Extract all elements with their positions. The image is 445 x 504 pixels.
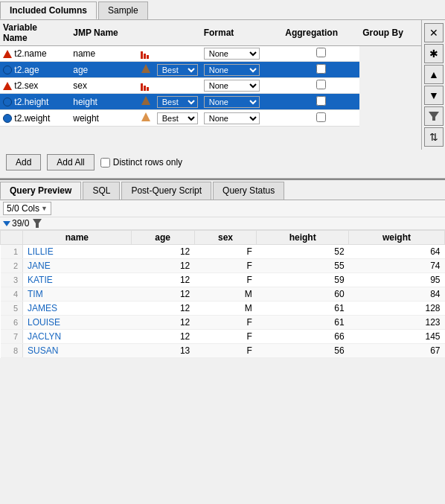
group-by-checkbox[interactable]	[316, 80, 326, 89]
aggregation-select[interactable]: NoneSumMeanMinMaxCount	[204, 80, 260, 92]
aggregation-select[interactable]: NoneSumMeanMinMaxCount	[204, 48, 260, 60]
sex-cell: F	[194, 316, 256, 330]
table-row[interactable]: t2.sex sex NoneSumMeanMinMaxCount	[0, 78, 421, 94]
table-row: 3 KATIE 12 F 59 95	[1, 273, 445, 287]
table-row: 6 LOUISE 12 F 61 123	[1, 316, 445, 330]
chart-icon-tri	[141, 95, 151, 108]
move-down-button[interactable]: ▼	[424, 86, 444, 105]
group-by-cell[interactable]	[282, 78, 359, 94]
add-button[interactable]: Add	[6, 154, 41, 170]
query-tab-bar: Query Preview SQL Post-Query Script Quer…	[0, 180, 445, 200]
age-cell: 12	[131, 330, 194, 344]
format-select-cell[interactable]	[154, 46, 201, 62]
format-select-cell[interactable]: Best - Fixed Dec Percent	[154, 94, 201, 110]
height-cell: 66	[257, 330, 349, 344]
aggregation-select[interactable]: NoneSumMeanMinMaxCount	[204, 96, 260, 108]
type-icon-blue-circle	[3, 98, 12, 106]
distinct-rows-checkbox[interactable]	[100, 158, 110, 168]
group-by-cell[interactable]	[282, 110, 359, 127]
age-cell: 12	[131, 273, 194, 287]
tab-included-columns[interactable]: Included Columns	[0, 1, 97, 19]
height-cell: 55	[257, 259, 349, 273]
var-name-cell: t2.name	[0, 46, 70, 62]
table-row[interactable]: t2.name name NoneSumMeanMinMaxCount	[0, 46, 421, 62]
svg-marker-4	[33, 219, 42, 228]
rows-filter-controls	[32, 218, 42, 229]
format-select[interactable]: Best - Fixed Dec Percent	[157, 112, 198, 124]
cols-dropdown-arrow: ▼	[41, 205, 48, 212]
sex-cell: F	[194, 344, 256, 358]
chart-icon-tri	[141, 63, 151, 76]
age-cell: 12	[131, 287, 194, 302]
aggregation-select[interactable]: NoneSumMeanMinMaxCount	[204, 64, 260, 76]
agg-select-cell[interactable]: NoneSumMeanMinMaxCount	[201, 62, 283, 78]
group-by-checkbox[interactable]	[316, 64, 326, 74]
tab-sql[interactable]: SQL	[83, 182, 120, 200]
format-select[interactable]: Best - Fixed Dec Percent	[157, 96, 198, 108]
name-cell: KATIE	[23, 273, 132, 287]
result-col-header: age	[131, 231, 194, 245]
format-select-cell[interactable]	[154, 78, 201, 94]
columns-table-area: VariableName JMP Name Format Aggregation…	[0, 20, 421, 150]
svg-marker-3	[429, 112, 439, 121]
aggregation-select[interactable]: NoneSumMeanMinMaxCount	[204, 112, 260, 124]
format-select-cell[interactable]: Best - Fixed Dec Percent	[154, 110, 201, 127]
tab-query-preview[interactable]: Query Preview	[0, 182, 81, 200]
sex-cell: F	[194, 245, 256, 259]
sex-cell: F	[194, 259, 256, 273]
row-number: 7	[1, 330, 23, 344]
cols-badge[interactable]: 5/0 Cols ▼	[3, 202, 51, 215]
distinct-rows-label[interactable]: Distinct rows only	[100, 157, 182, 168]
close-button[interactable]: ✕	[424, 23, 444, 42]
rows-filter-icon	[3, 221, 10, 226]
group-by-cell[interactable]	[282, 94, 359, 110]
name-cell: LILLIE	[23, 245, 132, 259]
table-row: 5 JAMES 12 M 61 128	[1, 302, 445, 316]
result-col-header: weight	[349, 231, 445, 245]
results-table: nameagesexheightweight 1 LILLIE 12 F 52 …	[0, 230, 445, 358]
tab-post-query[interactable]: Post-Query Script	[121, 182, 211, 200]
sort-button[interactable]: ⇅	[424, 127, 444, 147]
bottom-controls: Add Add All Distinct rows only	[0, 150, 445, 175]
rows-badge-text: 39/0	[12, 218, 29, 229]
agg-select-cell[interactable]: NoneSumMeanMinMaxCount	[201, 110, 283, 127]
move-up-button[interactable]: ▲	[424, 65, 444, 84]
group-by-cell[interactable]	[282, 46, 359, 62]
group-by-checkbox[interactable]	[316, 96, 326, 106]
format-select[interactable]: Best - Fixed Dec Percent	[157, 64, 198, 76]
table-row[interactable]: t2.weight weight Best - Fixed Dec Percen…	[0, 110, 421, 127]
chart-icon-cell	[138, 62, 154, 78]
tool-button[interactable]: ✱	[424, 44, 444, 63]
row-num-header	[1, 231, 23, 245]
weight-cell: 95	[349, 273, 445, 287]
add-all-button[interactable]: Add All	[47, 154, 94, 170]
group-by-cell[interactable]	[282, 62, 359, 78]
cols-badge-text: 5/0 Cols	[7, 203, 39, 214]
format-select-cell[interactable]: Best - Fixed Dec Percent	[154, 62, 201, 78]
sex-cell: M	[194, 302, 256, 316]
columns-table: VariableName JMP Name Format Aggregation…	[0, 20, 421, 127]
filter-icon	[428, 110, 440, 122]
table-row[interactable]: t2.height height Best - Fixed Dec Percen…	[0, 94, 421, 110]
agg-select-cell[interactable]: NoneSumMeanMinMaxCount	[201, 94, 283, 110]
result-col-header: sex	[194, 231, 256, 245]
tab-sample[interactable]: Sample	[98, 1, 148, 19]
height-cell: 52	[257, 245, 349, 259]
type-icon-blue-circle	[3, 66, 12, 74]
jmp-name-cell: name	[70, 46, 137, 62]
agg-select-cell[interactable]: NoneSumMeanMinMaxCount	[201, 78, 283, 94]
type-icon-red-triangle	[3, 82, 12, 90]
type-icon-red-triangle	[3, 50, 12, 58]
row-number: 5	[1, 302, 23, 316]
var-name-cell: t2.height	[0, 94, 70, 110]
height-cell: 60	[257, 287, 349, 302]
filter-button[interactable]	[424, 106, 444, 126]
table-row[interactable]: t2.age age Best - Fixed Dec Percent None…	[0, 62, 421, 78]
agg-select-cell[interactable]: NoneSumMeanMinMaxCount	[201, 46, 283, 62]
svg-marker-2	[141, 112, 150, 121]
table-row: 1 LILLIE 12 F 52 64	[1, 245, 445, 259]
tab-query-status[interactable]: Query Status	[213, 182, 284, 200]
chart-icon-cell	[138, 78, 154, 94]
group-by-checkbox[interactable]	[316, 112, 326, 122]
group-by-checkbox[interactable]	[316, 48, 326, 57]
